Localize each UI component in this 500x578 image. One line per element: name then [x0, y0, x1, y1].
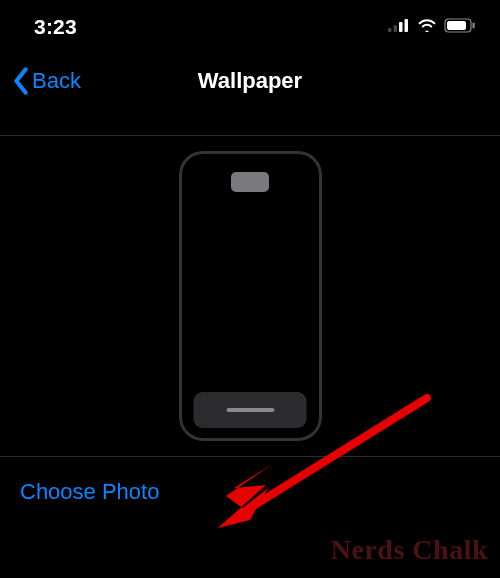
phone-notch: [231, 172, 269, 192]
back-label: Back: [32, 68, 81, 94]
page-title: Wallpaper: [198, 68, 302, 94]
watermark: Nerds Chalk: [331, 534, 488, 566]
choose-photo-label: Choose Photo: [20, 479, 159, 505]
svg-rect-5: [447, 21, 466, 30]
status-time: 3:23: [34, 15, 77, 39]
svg-rect-0: [388, 28, 392, 32]
battery-icon: [444, 18, 476, 37]
home-indicator: [226, 408, 274, 412]
cellular-icon: [388, 18, 410, 36]
back-button[interactable]: Back: [12, 67, 81, 95]
chevron-left-icon: [12, 67, 30, 95]
status-indicators: [388, 18, 476, 37]
wallpaper-preview-section: [0, 135, 500, 457]
svg-rect-6: [473, 22, 475, 28]
wifi-icon: [417, 18, 437, 36]
svg-rect-2: [399, 22, 403, 32]
svg-rect-1: [394, 25, 398, 32]
svg-rect-3: [405, 19, 409, 32]
nav-bar: Back Wallpaper: [0, 54, 500, 108]
phone-dock: [194, 392, 307, 428]
choose-photo-button[interactable]: Choose Photo: [0, 457, 500, 527]
phone-preview: [179, 151, 322, 441]
status-bar: 3:23: [0, 0, 500, 54]
